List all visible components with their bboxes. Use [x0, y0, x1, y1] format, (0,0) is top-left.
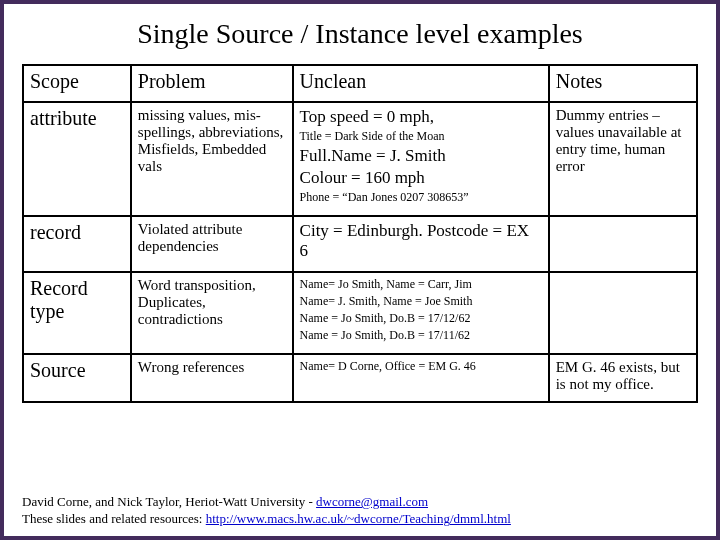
unclean-line: Top speed = 0 mph,: [300, 107, 542, 127]
slide-title: Single Source / Instance level examples: [22, 18, 698, 50]
unclean-line: Title = Dark Side of the Moan: [300, 129, 542, 144]
col-unclean: Unclean: [293, 65, 549, 102]
unclean-line: Name= Jo Smith, Name = Carr, Jim: [300, 277, 542, 292]
slide: Single Source / Instance level examples …: [0, 0, 720, 540]
slide-footer: David Corne, and Nick Taylor, Heriot-Wat…: [22, 493, 698, 528]
cell-notes: Dummy entries – values unavailable at en…: [549, 102, 697, 216]
cell-notes: [549, 272, 697, 354]
cell-problem: Wrong references: [131, 354, 293, 402]
examples-table: Scope Problem Unclean Notes attributemis…: [22, 64, 698, 403]
cell-problem: missing values, mis-spellings, abbreviat…: [131, 102, 293, 216]
table-row: recordViolated attribute dependenciesCit…: [23, 216, 697, 272]
unclean-line: City = Edinburgh. Postcode = EX 6: [300, 221, 542, 261]
unclean-line: Name= D Corne, Office = EM G. 46: [300, 359, 542, 374]
cell-problem: Word transposition, Duplicates, contradi…: [131, 272, 293, 354]
table-header-row: Scope Problem Unclean Notes: [23, 65, 697, 102]
cell-unclean: City = Edinburgh. Postcode = EX 6: [293, 216, 549, 272]
unclean-line: Full.Name = J. Smith: [300, 146, 542, 166]
footer-url-link[interactable]: http://www.macs.hw.ac.uk/~dwcorne/Teachi…: [206, 511, 511, 526]
footer-line-2: These slides and related resources: http…: [22, 510, 698, 528]
cell-scope: record: [23, 216, 131, 272]
unclean-line: Colour = 160 mph: [300, 168, 542, 188]
col-problem: Problem: [131, 65, 293, 102]
unclean-line: Phone = “Dan Jones 0207 308653”: [300, 190, 542, 205]
unclean-line: Name = Jo Smith, Do.B = 17/11/62: [300, 328, 542, 343]
table-row: attributemissing values, mis-spellings, …: [23, 102, 697, 216]
footer-text: These slides and related resources:: [22, 511, 206, 526]
table-row: Record typeWord transposition, Duplicate…: [23, 272, 697, 354]
cell-notes: [549, 216, 697, 272]
table-row: SourceWrong referencesName= D Corne, Off…: [23, 354, 697, 402]
cell-problem: Violated attribute dependencies: [131, 216, 293, 272]
cell-scope: attribute: [23, 102, 131, 216]
cell-unclean: Top speed = 0 mph,Title = Dark Side of t…: [293, 102, 549, 216]
cell-scope: Source: [23, 354, 131, 402]
cell-unclean: Name= Jo Smith, Name = Carr, JimName= J.…: [293, 272, 549, 354]
footer-text: David Corne, and Nick Taylor, Heriot-Wat…: [22, 494, 316, 509]
col-scope: Scope: [23, 65, 131, 102]
footer-line-1: David Corne, and Nick Taylor, Heriot-Wat…: [22, 493, 698, 511]
cell-scope: Record type: [23, 272, 131, 354]
unclean-line: Name = Jo Smith, Do.B = 17/12/62: [300, 311, 542, 326]
footer-email-link[interactable]: dwcorne@gmail.com: [316, 494, 428, 509]
unclean-line: Name= J. Smith, Name = Joe Smith: [300, 294, 542, 309]
col-notes: Notes: [549, 65, 697, 102]
cell-notes: EM G. 46 exists, but is not my office.: [549, 354, 697, 402]
cell-unclean: Name= D Corne, Office = EM G. 46: [293, 354, 549, 402]
